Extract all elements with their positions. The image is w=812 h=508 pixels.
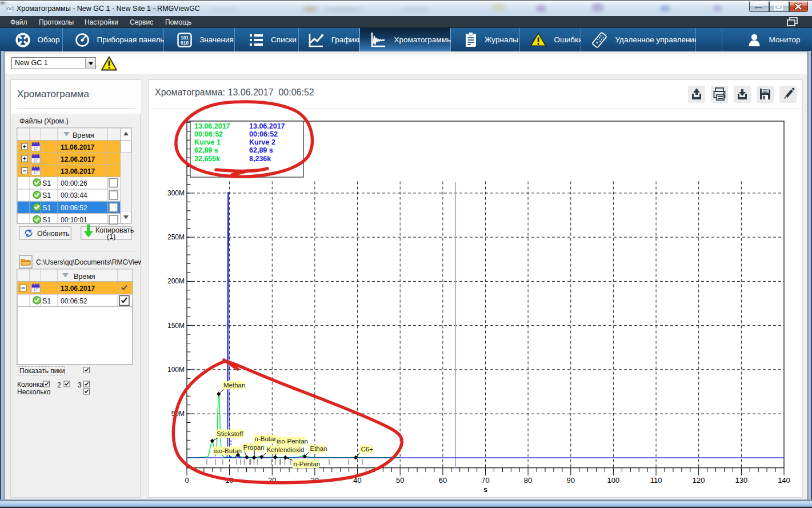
svg-text:Несколько: Несколько xyxy=(17,388,51,396)
svg-text:S1: S1 xyxy=(42,216,51,224)
svg-text:C:\Users\qq\Documents\RMGViewG: C:\Users\qq\Documents\RMGViewGC xyxy=(36,258,141,266)
svg-text:101: 101 xyxy=(181,34,189,40)
svg-text:Показать пики: Показать пики xyxy=(19,367,65,375)
svg-text:13.06.2017: 13.06.2017 xyxy=(61,285,95,293)
svg-text:12.06.2017: 12.06.2017 xyxy=(61,155,95,163)
svg-text:S1: S1 xyxy=(42,179,51,187)
svg-text:13.06.2017: 13.06.2017 xyxy=(61,167,95,175)
svg-text:GC: GC xyxy=(7,6,14,11)
svg-text:(1): (1) xyxy=(107,233,115,241)
svg-text:S1: S1 xyxy=(42,297,51,305)
svg-text:010: 010 xyxy=(181,40,189,46)
svg-text:00:10:01: 00:10:01 xyxy=(61,216,87,224)
svg-text:Время: Время xyxy=(73,131,94,139)
svg-text:2: 2 xyxy=(57,381,61,389)
svg-text:3: 3 xyxy=(78,381,82,389)
svg-text:Обновить: Обновить xyxy=(37,230,70,238)
svg-text:Хроматограмма: Хроматограмма xyxy=(17,89,90,99)
svg-text:11.06.2017: 11.06.2017 xyxy=(61,143,95,151)
svg-text:Файлы (Хром.): Файлы (Хром.) xyxy=(19,117,69,125)
svg-text:00:06:52: 00:06:52 xyxy=(61,297,87,305)
svg-text:S1: S1 xyxy=(42,191,51,199)
svg-text:Время: Время xyxy=(74,273,95,281)
svg-text:00:03:44: 00:03:44 xyxy=(61,191,87,199)
svg-text:S1: S1 xyxy=(42,204,51,212)
svg-text:00:06:52: 00:06:52 xyxy=(61,204,87,212)
svg-text:00:00:26: 00:00:26 xyxy=(61,179,87,187)
svg-text:Колонка: Колонка xyxy=(17,381,43,389)
